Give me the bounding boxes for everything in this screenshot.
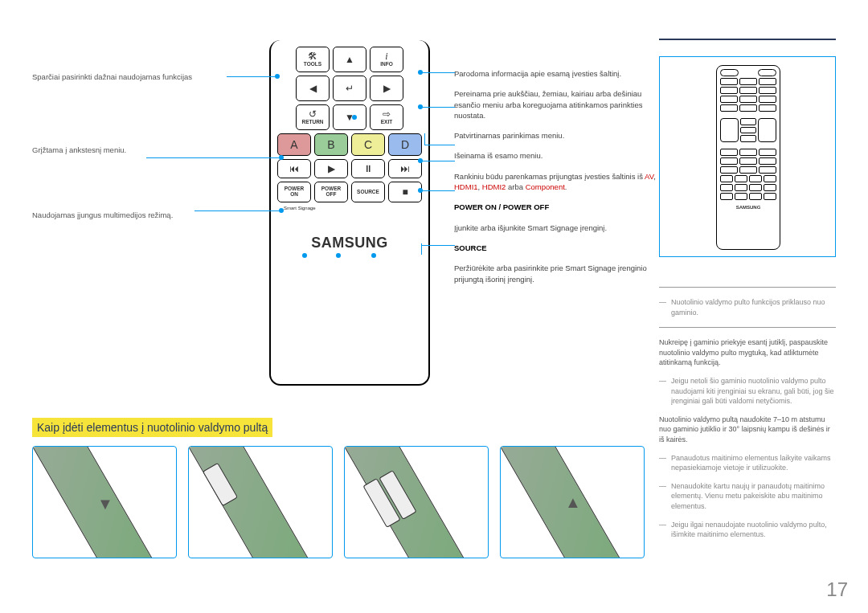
leader-line: [421, 190, 455, 191]
power-on-button[interactable]: POWERON: [277, 182, 311, 202]
leader-dot: [418, 188, 423, 193]
remote-thumbnail-box: SAMSUNG: [659, 56, 836, 257]
leader-line: [424, 145, 455, 145]
b-button[interactable]: B: [314, 133, 348, 156]
leader-dot: [418, 104, 423, 109]
desc-info: Parodoma informacija apie esamą įvesties…: [454, 68, 663, 79]
battery-steps: ▼ ▲: [32, 446, 645, 558]
leader-line: [424, 133, 425, 145]
battery-section-heading: Kaip įdėti elementus į nuotolinio valdym…: [32, 418, 272, 437]
leader-line: [421, 243, 422, 255]
leader-dot: [279, 155, 284, 160]
up-button[interactable]: ▲: [333, 47, 366, 72]
note-remove: Jeigu ilgai nenaudojate nuotolinio valdy…: [659, 520, 836, 540]
leader-line: [146, 157, 279, 158]
leader-line: [421, 107, 455, 108]
leader-line: [421, 72, 455, 73]
desc-exit: Išeinama iš esamo meniu.: [454, 150, 663, 161]
battery-step-3: [344, 446, 489, 558]
battery-step-2: [188, 446, 333, 558]
play-button[interactable]: ▶: [314, 159, 348, 178]
smart-signage-label: Smart Signage: [277, 206, 422, 210]
leader-dot: [352, 115, 357, 120]
leader-line: [421, 161, 455, 161]
desc-return: Grįžtama į ankstesnį meniu.: [32, 145, 273, 154]
leader-line: [421, 245, 455, 246]
note-mix: Nenaudokite kartu naujų ir panaudotų mai…: [659, 481, 836, 512]
stop-button[interactable]: ■: [388, 182, 422, 202]
source-header: SOURCE: [454, 243, 663, 253]
info-button[interactable]: iINFO: [370, 47, 403, 72]
right-button[interactable]: ▶: [370, 76, 403, 101]
desc-source: Peržiūrėkite arba pasirinkite prie Smart…: [454, 263, 663, 284]
note-usage: Nukreipę į gaminio priekyje esantį jutik…: [659, 337, 836, 368]
c-button[interactable]: C: [351, 133, 385, 156]
note-functions: Nuotolinio valdymo pulto funkcijos prikl…: [659, 297, 836, 317]
desc-media: Naudojamas įjungus multimedijos režimą.: [32, 210, 273, 219]
power-off-button[interactable]: POWEROFF: [314, 182, 348, 202]
d-button[interactable]: D: [388, 133, 422, 156]
ffwd-button[interactable]: ⏭: [388, 159, 422, 178]
a-button[interactable]: A: [277, 133, 311, 156]
leader-line: [194, 210, 279, 211]
leader-dot: [279, 208, 284, 213]
pause-button[interactable]: ⏸: [351, 159, 385, 178]
note-other-devices: Jeigu netoli šio gaminio nuotolinio vald…: [659, 376, 836, 407]
leader-dot: [275, 74, 280, 79]
power-header: POWER ON / POWER OFF: [454, 202, 663, 212]
battery-step-4: ▲: [500, 446, 645, 558]
leader-dot: [336, 253, 341, 258]
battery-step-1: ▼: [32, 446, 177, 558]
note-dispose: Panaudotus maitinimo elementus laikyite …: [659, 453, 836, 473]
enter-button[interactable]: ↵: [333, 76, 366, 101]
desc-nav: Pereinama prie aukščiau, žemiau, kairiau…: [454, 88, 663, 121]
tools-button[interactable]: 🛠TOOLS: [296, 47, 330, 72]
page-number: 17: [826, 578, 848, 601]
rewind-button[interactable]: ⏮: [277, 159, 311, 178]
leader-line: [227, 76, 275, 77]
left-button[interactable]: ◀: [296, 76, 330, 101]
exit-button[interactable]: ⇨EXIT: [370, 104, 403, 130]
samsung-logo: SAMSUNG: [277, 235, 422, 251]
leader-dot: [371, 253, 376, 258]
leader-dot: [418, 158, 423, 163]
return-button[interactable]: ↺RETURN: [296, 104, 330, 130]
desc-confirm: Patvirtinamas parinkimas meniu.: [454, 130, 663, 141]
source-button[interactable]: SOURCE: [351, 182, 385, 202]
note-range: Nuotolinio valdymo pultą naudokite 7–10 …: [659, 415, 836, 445]
leader-dot: [418, 70, 423, 75]
desc-power: Įjunkite arba išjunkite Smart Signage įr…: [454, 223, 663, 233]
thumb-logo: SAMSUNG: [720, 205, 776, 210]
down-button[interactable]: ▼: [333, 104, 366, 130]
remote-control: 🛠TOOLS ▲ iINFO ◀ ↵ ▶ ↺RETURN ▼ ⇨EXIT A B…: [269, 40, 446, 402]
desc-abcd: Rankiniu būdu parenkamas prijungtas įves…: [454, 171, 663, 193]
header-rule: [659, 39, 836, 40]
remote-thumbnail: SAMSUNG: [716, 65, 780, 250]
leader-dot: [302, 253, 307, 258]
